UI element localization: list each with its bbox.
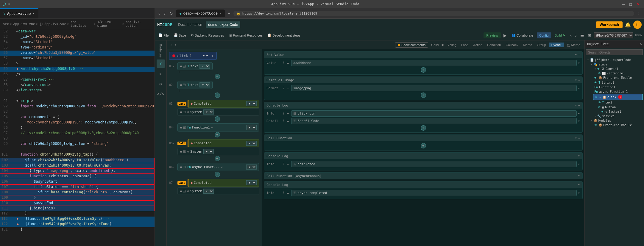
tree-item-frontend-module[interactable]: 👁 📦 Front-end Module (593, 76, 643, 80)
text-node-01[interactable]: ● ⛓ T text ▾ (177, 62, 213, 70)
bc-ivx-stage[interactable]: </> ivx-stage (97, 20, 121, 28)
eye-fem2[interactable]: 👁 (594, 123, 597, 127)
fn-dropdown[interactable]: ▾ (246, 125, 257, 130)
system-subnode-07[interactable]: ● ⛓ ⚙ System ▾ (177, 187, 259, 195)
tree-item-click[interactable]: 👁 → 📋 click 1 (593, 94, 643, 100)
completed-07-dropdown[interactable]: ▾ (246, 180, 257, 185)
flow-forward-button[interactable]: › (174, 42, 177, 48)
browser-tab-close[interactable]: ✕ (219, 12, 222, 15)
eye-rect1[interactable]: 👁 (598, 72, 601, 75)
condition-tab[interactable]: Condition (485, 43, 503, 47)
set-value-more[interactable]: ⋯ (578, 53, 580, 57)
info-dropdown-1[interactable]: ▾ (578, 112, 580, 116)
bc-obj[interactable]: {} (39, 22, 43, 26)
add-circle-01[interactable]: + (215, 74, 220, 79)
text-02-dropdown[interactable]: ▾ (199, 82, 210, 87)
browser-forward-button[interactable]: › (163, 10, 167, 16)
set-value-expand[interactable]: ▾ (575, 53, 577, 57)
print-image-more[interactable]: ⋯ (578, 79, 580, 82)
bc-file2[interactable]: App.ivx.vue (44, 22, 66, 26)
object-search-input[interactable] (586, 49, 643, 55)
action-tab[interactable]: Action (471, 43, 484, 47)
system-05-dropdown[interactable]: ▾ (203, 149, 214, 154)
dev-steps-button[interactable]: 📋 Development steps (266, 33, 302, 38)
tree-item-button[interactable]: 👁 ▣ button (597, 105, 643, 109)
browser-back-button[interactable]: ‹ (157, 10, 161, 16)
async-dropdown[interactable]: ▾ (246, 164, 257, 170)
format-dropdown[interactable]: ▾ (578, 86, 580, 90)
next-button[interactable]: › (574, 32, 578, 38)
tree-item-system1[interactable]: 👁 ⚙ System1 (600, 109, 643, 114)
save-button[interactable]: 💾 Save (172, 33, 188, 38)
tree-item-async-function1[interactable]: Fn async Function 1 (593, 90, 643, 94)
async-func-node[interactable]: ● ⛓ Fn async Funct... ↩ ▾ (177, 163, 259, 171)
backend-resources-button[interactable]: ⚙ Backend Resources (189, 33, 226, 38)
call-function-expand[interactable]: ▾ (575, 136, 577, 140)
console-log-2-expand[interactable]: ▾ (578, 154, 580, 158)
tree-item-service[interactable]: ▾ 🔧 service (593, 114, 643, 118)
console-log-1-more[interactable]: ⋯ (578, 104, 580, 107)
console-1-add-btn[interactable]: + (421, 125, 426, 131)
documentation-tab[interactable]: Documentation (176, 21, 205, 28)
menu-file[interactable]: ≡ (8, 2, 10, 6)
memo-tab[interactable]: Memo (521, 43, 534, 47)
add-circle-06[interactable]: + (215, 172, 220, 177)
settings-icon[interactable]: ⚙ (640, 42, 642, 46)
eye-button[interactable]: 👁 (598, 106, 601, 109)
child-tab[interactable]: Child (429, 43, 440, 47)
minimize-button[interactable]: ─ (620, 1, 626, 7)
workbench-button[interactable]: Workbench (596, 21, 623, 28)
info-dropdown-2[interactable]: ▾ (578, 162, 580, 166)
completed-05-dropdown[interactable]: ▾ (246, 141, 257, 146)
tree-item-rectangle1[interactable]: 👁 ⬜ Rectangle1 (597, 71, 643, 76)
click-add-button[interactable]: + (211, 54, 213, 58)
eye-str1[interactable]: 👁 (594, 81, 597, 84)
system-07-dropdown[interactable]: ▾ (203, 189, 214, 194)
prev-button[interactable]: ‹ (569, 32, 573, 38)
grid-view-icon[interactable]: ⊞ (587, 32, 592, 38)
detail-value-1[interactable]: ⛓ Base64 Code (291, 118, 577, 124)
module-icon-flow[interactable]: ⚡ (157, 59, 165, 68)
click-dropdown[interactable]: ▾ (202, 54, 209, 58)
call-fn-async-expand[interactable]: ▾ (578, 174, 580, 178)
tab-close-icon[interactable]: ✕ (33, 12, 35, 15)
system-03-dropdown[interactable]: ▾ (203, 109, 214, 115)
system-subnode-05[interactable]: ● ⛓ ⚙ System ▾ (177, 148, 259, 155)
loop-tab[interactable]: Loop (459, 43, 470, 47)
tree-item-frontend-module2[interactable]: 👁 📦 Front-end Module (593, 123, 643, 127)
set-value-add-btn[interactable]: + (421, 67, 426, 73)
tree-item-canvas1[interactable]: ▾ 👁 🖼 Canvas1 (593, 67, 643, 71)
preview-button[interactable]: Preview (484, 32, 501, 38)
print-image-expand[interactable]: ▾ (575, 78, 577, 82)
completed-node-07[interactable]: ● Completed ▾ (188, 179, 259, 187)
maximize-button[interactable]: □ (628, 1, 634, 7)
frontend-resources-button[interactable]: 🖥 Frontend Resources (227, 33, 264, 38)
tree-item-root[interactable]: ▾ 📄 [36]demo--exportCode (586, 58, 643, 62)
play-icon[interactable]: ▶ (502, 32, 508, 38)
completed-node-03[interactable]: ● Completed ▾ (188, 100, 259, 108)
info-value-3[interactable]: ⛓ async completed (291, 190, 577, 196)
eye-fem[interactable]: 👁 (594, 76, 597, 79)
info-value-2[interactable]: ⛓ completed (291, 161, 577, 167)
call-function-more[interactable]: ⋯ (578, 137, 580, 140)
bc-template[interactable]: </> template (71, 20, 93, 28)
text-node-02[interactable]: ● ⛓ T text ▾ (177, 81, 213, 89)
completed-node-05[interactable]: ● Completed ▾ (188, 139, 259, 147)
build-button[interactable]: Build ➤ (552, 32, 568, 38)
add-circle-05[interactable]: + (215, 156, 220, 161)
print-image-add-btn[interactable]: + (421, 93, 426, 98)
add-circle-04[interactable]: + (215, 132, 220, 137)
browser-tab[interactable]: ● demo--exportCode ✕ (176, 10, 225, 17)
bc-ivx-button[interactable]: </> ivx-button (126, 20, 152, 28)
config-button[interactable]: Config (537, 32, 551, 38)
device-select[interactable]: iPhone6/7/8 375*667 (594, 32, 633, 38)
add-circle-03[interactable]: + (215, 116, 220, 122)
collaborate-button[interactable]: 👥 Collaborate (509, 32, 536, 38)
tree-item-modules[interactable]: ▾ 📦 Modules (590, 118, 643, 123)
module-icon-code[interactable]: </> (157, 90, 165, 98)
demo-export-tab[interactable]: demo--exportCode (206, 21, 240, 28)
console-log-1-expand[interactable]: ▾ (575, 103, 577, 107)
list-view-icon[interactable]: ☰ (579, 32, 585, 38)
eye-system1[interactable]: 👁 (601, 110, 604, 113)
tree-item-function1[interactable]: Fn Function1 (593, 85, 643, 90)
